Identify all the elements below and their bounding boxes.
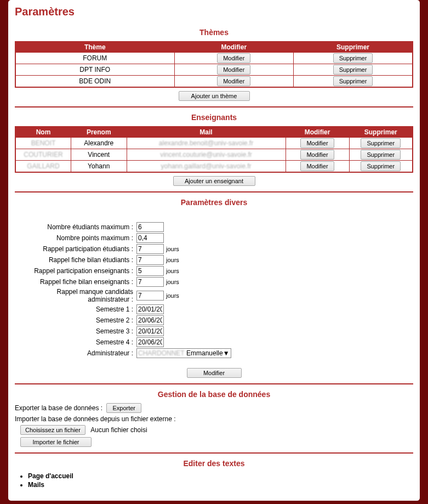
theme-name: BDE ODIN [15, 76, 174, 88]
import-label: Importer la base de données depuis un fi… [15, 415, 413, 423]
unit-label: jours [166, 257, 179, 263]
remind-part-stud-input[interactable] [136, 244, 164, 254]
max-students-input[interactable] [136, 222, 164, 232]
remind-part-ens-label: Rappel participation enseignants : [15, 267, 136, 275]
section-divider [15, 383, 413, 384]
edit-mails-link[interactable]: Mails [28, 481, 44, 489]
teacher-nom: BENOIT [31, 139, 56, 147]
divers-modify-button[interactable]: Modifier [187, 368, 242, 378]
teachers-table: Nom Prenom Mail Modifier Supprimer BENOI… [15, 126, 413, 173]
teacher-prenom: Alexandre [71, 138, 127, 149]
add-teacher-button[interactable]: Ajouter un enseignant [173, 176, 255, 186]
delete-button[interactable]: Supprimer [361, 138, 401, 148]
themes-title: Thèmes [15, 28, 413, 37]
modify-button[interactable]: Modifier [217, 76, 250, 86]
db-title: Gestion de la base de données [15, 390, 413, 399]
table-row: COUTURIER Vincent vincent.couturie@univ-… [15, 149, 413, 161]
delete-button[interactable]: Supprimer [333, 65, 373, 75]
theme-name: DPT INFO [15, 64, 174, 76]
teachers-col-prenom: Prenom [71, 127, 127, 138]
sem1-label: Semestre 1 : [15, 305, 136, 313]
themes-col-name: Thème [15, 42, 174, 53]
remind-admin-input[interactable] [136, 291, 164, 301]
remind-admin-label: Rappel manque candidats administrateur : [15, 288, 136, 303]
remind-bilan-ens-input[interactable] [136, 277, 164, 287]
add-theme-button[interactable]: Ajouter un thème [179, 91, 250, 101]
admin-select[interactable]: CHARDONNET Emmanuelle ▼ [136, 348, 231, 358]
choose-file-button[interactable]: Choisissez un fichier [20, 425, 85, 435]
themes-col-delete: Supprimer [294, 42, 413, 53]
delete-button[interactable]: Supprimer [333, 53, 373, 63]
delete-button[interactable]: Supprimer [361, 161, 401, 171]
sem4-input[interactable] [136, 337, 164, 347]
remind-part-ens-input[interactable] [136, 266, 164, 276]
teacher-mail: vincent.couturie@univ-savoie.fr [160, 151, 252, 158]
section-divider [15, 191, 413, 192]
unit-label: jours [166, 246, 179, 252]
theme-name: FORUM [15, 53, 174, 64]
unit-label: jours [166, 279, 179, 285]
remind-part-stud-label: Rappel participation étudiants : [15, 245, 136, 253]
section-divider [15, 452, 413, 454]
sem1-input[interactable] [136, 304, 164, 314]
modify-button[interactable]: Modifier [300, 138, 334, 148]
unit-label: jours [166, 268, 179, 274]
table-row: DPT INFO Modifier Supprimer [15, 64, 413, 76]
export-button[interactable]: Exporter [106, 403, 141, 413]
delete-button[interactable]: Supprimer [361, 150, 401, 160]
sem2-input[interactable] [136, 315, 164, 325]
teachers-col-modify: Modifier [286, 127, 349, 138]
table-row: FORUM Modifier Supprimer [15, 53, 413, 64]
settings-panel: Paramètres Thèmes Thème Modifier Supprim… [8, 0, 420, 501]
max-points-input[interactable] [136, 233, 164, 243]
edit-home-link[interactable]: Page d'accueil [28, 472, 73, 480]
admin-hidden-name: CHARDONNET [138, 349, 185, 357]
modify-button[interactable]: Modifier [217, 53, 250, 63]
db-section: Exporter la base de données : Exporter I… [15, 403, 413, 447]
unit-label: jours [166, 292, 179, 299]
teachers-title: Enseignants [15, 113, 413, 122]
modify-button[interactable]: Modifier [300, 161, 334, 171]
edit-texts-title: Editer des textes [15, 459, 413, 468]
teacher-prenom: Vincent [71, 149, 127, 161]
modify-button[interactable]: Modifier [300, 150, 334, 160]
edit-texts-list: Page d'accueil Mails [28, 472, 413, 489]
table-row: GAILLARD Yohann yohann.gaillard@univ-sav… [15, 161, 413, 173]
admin-visible-name: Emmanuelle [186, 349, 223, 357]
divers-title: Paramètres divers [15, 198, 413, 207]
chevron-down-icon: ▼ [223, 349, 230, 357]
modify-button[interactable]: Modifier [217, 65, 250, 75]
remind-bilan-ens-label: Rappel fiche bilan enseignants : [15, 278, 136, 286]
teacher-prenom: Yohann [71, 161, 127, 173]
themes-table: Thème Modifier Supprimer FORUM Modifier … [15, 41, 413, 88]
themes-col-modify: Modifier [174, 42, 294, 53]
export-label: Exporter la base de données : [15, 404, 102, 412]
sem4-label: Semestre 4 : [15, 338, 136, 346]
remind-bilan-stud-label: Rappel fiche bilan étudiants : [15, 256, 136, 264]
teachers-col-mail: Mail [127, 127, 286, 138]
remind-bilan-stud-input[interactable] [136, 255, 164, 265]
sem3-label: Semestre 3 : [15, 327, 136, 335]
section-divider [15, 106, 413, 107]
sem3-input[interactable] [136, 326, 164, 336]
teacher-mail: alexandre.benoit@univ-savoie.fr [159, 139, 253, 147]
table-row: BDE ODIN Modifier Supprimer [15, 76, 413, 88]
max-students-label: Nombre étudiants maximum : [15, 223, 136, 231]
teacher-nom: GAILLARD [27, 162, 59, 170]
divers-form: Nombre étudiants maximum : Nombre points… [15, 211, 413, 365]
teachers-col-delete: Supprimer [349, 127, 413, 138]
sem2-label: Semestre 2 : [15, 316, 136, 324]
teacher-mail: yohann.gaillard@univ-savoie.fr [161, 162, 252, 170]
max-points-label: Nombre points maximum : [15, 234, 136, 242]
import-file-button[interactable]: Importer le fichier [20, 437, 92, 447]
delete-button[interactable]: Supprimer [333, 76, 373, 86]
table-row: BENOIT Alexandre alexandre.benoit@univ-s… [15, 138, 413, 149]
page-title: Paramètres [15, 5, 413, 18]
teacher-nom: COUTURIER [24, 151, 62, 158]
teachers-col-nom: Nom [15, 127, 71, 138]
admin-label: Administrateur : [15, 349, 136, 357]
file-status: Aucun fichier choisi [90, 426, 147, 434]
